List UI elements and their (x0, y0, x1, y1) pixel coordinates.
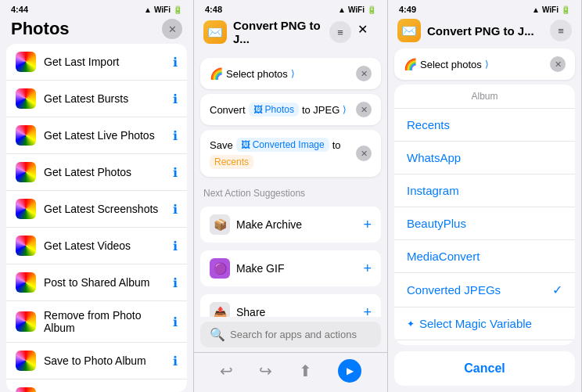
dropdown-item[interactable]: BeautyPlus (394, 207, 575, 240)
item-label: Get Latest Videos (44, 239, 173, 252)
info-icon[interactable]: ℹ (173, 239, 178, 254)
dropdown-header: Album (394, 85, 575, 109)
shortcut-title-3: Convert PNG to J... (427, 24, 544, 38)
item-icon (16, 125, 36, 146)
add-gif-button[interactable]: + (363, 261, 372, 277)
share-button[interactable]: ⬆ (299, 361, 312, 380)
status-bar-3: 4:49 ▲ WiFi 🔋 (388, 0, 581, 16)
checkmark-icon: ✓ (552, 282, 562, 297)
step-2-remove[interactable]: ✕ (356, 102, 372, 117)
info-icon[interactable]: ℹ (173, 55, 178, 70)
item-label: Save to Photo Album (44, 354, 173, 367)
info-icon[interactable]: ℹ (173, 92, 178, 106)
list-item[interactable]: Select Photos ℹ (6, 379, 187, 392)
step-select-photos[interactable]: 🌈 Select photos ⟩ ✕ (200, 58, 381, 89)
list-item[interactable]: Get Latest Screenshots ℹ (6, 191, 187, 228)
info-icon[interactable]: ℹ (173, 354, 178, 369)
dropdown-item[interactable]: ✦ Select Magic Variable (394, 307, 575, 340)
info-icon[interactable]: ℹ (173, 128, 178, 143)
shortcut-header-2: ✉️ Convert PNG to J... ≡ ✕ (194, 16, 387, 52)
step-convert-photos[interactable]: Convert 🖼 Photos to JPEG ⟩ ✕ (200, 94, 381, 125)
step-3-content: Save 🖼 Converted Image to Recents (210, 138, 351, 169)
list-item[interactable]: Get Latest Videos ℹ (6, 228, 187, 264)
time-2: 4:48 (205, 5, 222, 14)
item-icon (16, 199, 36, 219)
item-icon (16, 387, 36, 392)
item-label: Get Latest Screenshots (44, 203, 173, 215)
list-item[interactable]: Get Last Import ℹ (6, 44, 187, 81)
list-item[interactable]: Get Latest Photos ℹ (6, 154, 187, 191)
archive-icon: 📦 (210, 214, 230, 235)
step-1-content: 🌈 Select photos ⟩ (210, 67, 351, 80)
close-button-1[interactable]: ✕ (162, 19, 182, 39)
dropdown-item[interactable]: MediaConvert (394, 240, 575, 273)
step-3-remove[interactable]: ✕ (356, 146, 372, 161)
time-3: 4:49 (399, 5, 416, 14)
select-photos-card[interactable]: 🌈 Select photos ⟩ ✕ (394, 49, 575, 80)
menu-button-3[interactable]: ≡ (550, 20, 572, 41)
select-photos-close[interactable]: ✕ (550, 56, 566, 72)
nav-header-1: Photos ✕ (0, 16, 193, 44)
nav-title-1: Photos (11, 19, 70, 39)
status-bar-2: 4:48 ▲ WiFi 🔋 (194, 0, 387, 16)
item-label: Get Latest Live Photos (44, 129, 173, 142)
undo-button[interactable]: ↩ (220, 361, 233, 380)
phone-shortcut-editor: 4:48 ▲ WiFi 🔋 ✉️ Convert PNG to J... ≡ ✕… (194, 0, 388, 392)
play-button[interactable]: ▶ (338, 359, 361, 383)
dropdown-item[interactable]: WhatsApp (394, 142, 575, 174)
suggestion-archive[interactable]: 📦 Make Archive + (200, 207, 381, 243)
item-icon (16, 272, 36, 293)
item-label: Get Last Import (44, 56, 173, 68)
info-icon[interactable]: ℹ (173, 202, 178, 217)
step-save-image[interactable]: Save 🖼 Converted Image to Recents ✕ (200, 130, 381, 177)
cancel-button[interactable]: Cancel (394, 351, 575, 386)
photos-list: Get Last Import ℹ Get Latest Bursts ℹ Ge… (6, 44, 187, 392)
shortcut-header-3: ✉️ Convert PNG to J... ≡ (388, 16, 581, 49)
item-icon (16, 351, 36, 371)
list-item[interactable]: Post to Shared Album ℹ (6, 264, 187, 301)
converted-image-chip: 🖼 Converted Image (236, 138, 329, 152)
suggestion-share[interactable]: 📤 Share + (200, 294, 381, 317)
recents-chip: Recents (210, 155, 253, 169)
next-actions-label: Next Action Suggestions (200, 182, 381, 202)
album-dropdown-menu: Album RecentsWhatsAppInstagramBeautyPlus… (394, 85, 575, 345)
status-icons-1: ▲ WiFi 🔋 (144, 5, 182, 14)
list-item[interactable]: Get Latest Bursts ℹ (6, 81, 187, 117)
status-bar-1: 4:44 ▲ WiFi 🔋 (0, 0, 193, 16)
shortcut-title-2: Convert PNG to J... (233, 19, 323, 45)
bottom-bar-2: ↩ ↪ ⬆ ▶ (194, 352, 387, 392)
add-archive-button[interactable]: + (363, 217, 372, 233)
gif-icon: 🟣 (210, 258, 230, 279)
dropdown-item[interactable]: Recents (394, 109, 575, 142)
item-icon (16, 162, 36, 182)
status-icons-2: ▲ WiFi 🔋 (338, 5, 376, 14)
search-icon: 🔍 (210, 327, 225, 342)
status-icons-3: ▲ WiFi 🔋 (532, 5, 570, 14)
add-share-button[interactable]: + (363, 304, 372, 318)
dropdown-area: 🌈 Select photos ⟩ ✕ Album RecentsWhatsAp… (388, 49, 581, 392)
shortcut-app-icon-2: ✉️ (203, 20, 227, 44)
list-item[interactable]: Remove from Photo Album ℹ (6, 301, 187, 343)
info-icon[interactable]: ℹ (173, 165, 178, 180)
list-item[interactable]: Save to Photo Album ℹ (6, 343, 187, 379)
info-icon[interactable]: ℹ (173, 275, 178, 290)
dropdown-item[interactable]: Instagram (394, 174, 575, 207)
menu-button-2[interactable]: ≡ (329, 21, 351, 43)
search-bar[interactable]: 🔍 (200, 322, 381, 347)
item-icon (16, 52, 36, 72)
step-1-remove[interactable]: ✕ (356, 66, 372, 81)
cancel-area: Cancel (388, 345, 581, 392)
item-label: Remove from Photo Album (44, 309, 173, 334)
list-item[interactable]: Get Latest Live Photos ℹ (6, 117, 187, 154)
item-icon (16, 88, 36, 109)
photos-chip: 🖼 Photos (249, 102, 299, 117)
redo-button[interactable]: ↪ (259, 361, 272, 380)
suggestion-gif[interactable]: 🟣 Make GIF + (200, 250, 381, 286)
close-button-2[interactable]: ✕ (357, 22, 378, 42)
time-1: 4:44 (11, 5, 28, 14)
item-icon (16, 236, 36, 256)
dropdown-item[interactable]: Converted JPEGs✓ (394, 273, 575, 307)
phone-dropdown: 4:49 ▲ WiFi 🔋 ✉️ Convert PNG to J... ≡ 🌈… (388, 0, 582, 392)
info-icon[interactable]: ℹ (173, 315, 178, 329)
search-input[interactable] (230, 329, 372, 340)
